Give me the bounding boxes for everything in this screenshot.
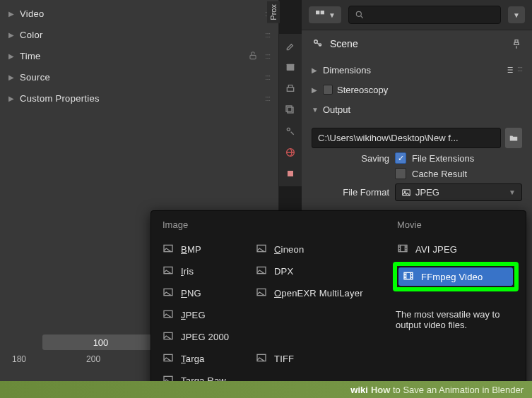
- scene-label: Scene: [330, 38, 505, 49]
- prop-section-time[interactable]: ▶ Time ::::: [8, 45, 270, 66]
- browse-button[interactable]: [505, 128, 522, 148]
- svg-rect-23: [257, 245, 266, 251]
- format-iris[interactable]: Iris: [158, 262, 252, 280]
- current-frame-input[interactable]: 100: [42, 334, 159, 350]
- property-sections: ▶ Video :::: ▶ Color :::: ▶ Time :::: ▶ …: [0, 0, 278, 111]
- prox-sidebar-label[interactable]: Prox: [267, 1, 280, 23]
- section-stereoscopy[interactable]: ▶ Stereoscopy: [312, 80, 522, 100]
- wikihow-watermark-bar: wikiHow to Save an Animation in Blender: [0, 381, 532, 398]
- image-icon: [162, 243, 175, 255]
- image-icon: [162, 308, 175, 321]
- file-extensions-label: File Extensions: [412, 153, 474, 164]
- scene-tab[interactable]: [283, 124, 297, 138]
- cache-result-label: Cache Result: [412, 169, 467, 179]
- stereoscopy-checkbox[interactable]: [323, 85, 333, 95]
- svg-rect-2: [316, 11, 319, 14]
- svg-rect-26: [257, 354, 266, 361]
- view-layer-tab[interactable]: [283, 103, 297, 117]
- sections: ▶ Dimensions :::: ▶ Stereoscopy ▼ Output: [302, 57, 532, 122]
- format-jpeg[interactable]: JPEG: [158, 306, 252, 324]
- chevron-right-icon: ▶: [312, 86, 319, 94]
- format-tiff[interactable]: TIFF: [252, 349, 393, 368]
- file-format-select[interactable]: JPEG ▼: [395, 183, 522, 201]
- file-format-label: File Format: [312, 187, 389, 198]
- tooltip: The most versatile way to output video f…: [393, 305, 519, 334]
- list-view-icon[interactable]: ::::: [504, 65, 522, 75]
- svg-rect-20: [164, 332, 172, 339]
- image-icon: [256, 287, 268, 299]
- chevron-right-icon: ▶: [8, 10, 16, 18]
- output-settings: C:\Users\wikihow\Desktop\New f... Saving…: [302, 122, 532, 207]
- search-input[interactable]: [348, 6, 501, 24]
- svg-rect-19: [164, 310, 172, 317]
- prop-label: Time: [20, 51, 244, 61]
- object-tab[interactable]: [283, 167, 297, 181]
- format-ffmpeg-video[interactable]: FFmpeg Video: [398, 267, 513, 286]
- svg-rect-28: [404, 272, 413, 279]
- search-icon: [355, 10, 365, 20]
- svg-point-12: [314, 40, 318, 44]
- highlighted-selection-box: FFmpeg Video: [393, 262, 519, 291]
- prop-label: Custom Properties: [20, 93, 261, 104]
- file-format-popup: Image Movie BMP Iris PNG JPEG JPEG 2000 …: [150, 210, 526, 398]
- format-jpeg2000[interactable]: JPEG 2000: [158, 327, 252, 346]
- format-dpx[interactable]: DPX: [252, 262, 393, 280]
- file-format-value: JPEG: [415, 187, 439, 198]
- chevron-down-icon: ▼: [509, 188, 516, 196]
- section-output[interactable]: ▼ Output: [312, 100, 522, 119]
- format-bmp[interactable]: BMP: [158, 240, 252, 258]
- prop-section-video[interactable]: ▶ Video ::::: [8, 3, 270, 24]
- file-extensions-checkbox[interactable]: ✓: [395, 152, 406, 164]
- tool-tab[interactable]: [283, 40, 297, 54]
- svg-rect-7: [288, 107, 293, 113]
- image-icon: [162, 265, 175, 277]
- section-dimensions[interactable]: ▶ Dimensions ::::: [312, 60, 522, 80]
- svg-rect-8: [286, 106, 292, 111]
- format-avi-jpeg[interactable]: AVI JPEG: [393, 240, 519, 258]
- prop-label: Color: [20, 30, 261, 40]
- prop-label: Video: [20, 8, 261, 19]
- chevron-right-icon: ▶: [8, 95, 16, 102]
- image-icon: [256, 243, 268, 255]
- prop-section-custom-properties[interactable]: ▶ Custom Properties ::::: [8, 88, 270, 109]
- drag-icon: ::::: [265, 95, 270, 102]
- image-icon: [162, 287, 175, 299]
- section-label: Stereoscopy: [337, 85, 388, 95]
- movie-icon: [403, 270, 415, 283]
- pin-icon[interactable]: [511, 38, 522, 49]
- scene-icon: [312, 37, 324, 50]
- panel-header: ▼ ▼: [302, 0, 532, 30]
- chevron-right-icon: ▶: [8, 31, 16, 39]
- svg-rect-17: [164, 267, 172, 273]
- editor-type-dropdown[interactable]: ▼: [309, 6, 341, 23]
- format-cineon[interactable]: Cineon: [252, 240, 393, 258]
- svg-rect-3: [321, 11, 324, 14]
- output-path-input[interactable]: C:\Users\wikihow\Desktop\New f...: [312, 128, 501, 148]
- tick-label: 180: [12, 354, 26, 364]
- image-formats-col2: Cineon DPX OpenEXR MultiLayer . . TIFF: [252, 240, 393, 390]
- svg-point-4: [356, 11, 361, 16]
- output-tab[interactable]: [283, 61, 297, 75]
- prop-section-color[interactable]: ▶ Color ::::: [8, 24, 270, 45]
- popup-column-headers: Image Movie: [158, 215, 519, 234]
- printer-tab[interactable]: [283, 82, 297, 96]
- spacer: [252, 215, 393, 234]
- image-icon: [162, 352, 175, 365]
- options-dropdown[interactable]: ▼: [508, 6, 525, 23]
- image-icon: [256, 265, 268, 277]
- format-openexr-multilayer[interactable]: OpenEXR MultiLayer: [252, 284, 393, 302]
- format-png[interactable]: PNG: [158, 284, 252, 302]
- movie-icon: [397, 243, 410, 255]
- drag-icon: ::::: [265, 52, 270, 60]
- scene-header: Scene: [302, 30, 532, 57]
- svg-rect-24: [257, 267, 266, 273]
- drag-icon: ::::: [265, 73, 270, 81]
- svg-rect-16: [164, 245, 172, 251]
- cache-result-checkbox[interactable]: [395, 168, 406, 179]
- image-icon: [256, 352, 268, 365]
- prop-section-source[interactable]: ▶ Source ::::: [8, 66, 270, 88]
- world-tab[interactable]: [283, 145, 297, 159]
- saving-label: Saving: [312, 153, 389, 164]
- format-targa[interactable]: Targa: [158, 349, 252, 368]
- properties-tabs: [279, 34, 302, 186]
